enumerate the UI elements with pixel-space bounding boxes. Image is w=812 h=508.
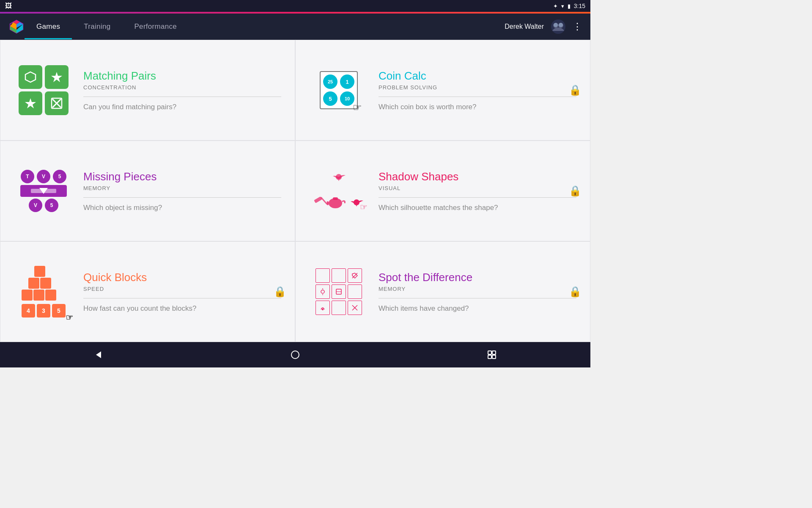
time-display: 3:15 [574,3,585,9]
matching-pairs-title: Matching Pairs [83,69,281,83]
header-right: Derek Walter ⋮ [505,19,582,34]
bottom-nav-bar [0,342,590,367]
spot-diff-lock-icon: 🔒 [569,286,582,298]
matching-pairs-icon [14,65,73,115]
sd-cell-9 [348,301,362,315]
coin-calc-description: Which coin box is worth more? [379,103,576,111]
sd-cell-4 [315,284,330,299]
missing-pieces-title: Missing Pieces [83,170,281,183]
quick-blocks-icon: 4 3 5 ☞ [14,266,73,318]
coin-calc-subtitle: PROBLEM SOLVING [379,84,576,91]
quick-blocks-num2: 3 [37,304,50,318]
sd-cell-8 [332,301,346,315]
matching-pairs-subtitle: CONCENTRATION [83,84,281,91]
spot-diff-divider [379,298,576,298]
game-card-missing-pieces[interactable]: T V 5 V 5 Missing Pieces MEMORY Which [0,141,295,241]
nav-performance[interactable]: Performance [122,14,189,39]
quick-blocks-num3: 5 ☞ [52,304,66,318]
shadow-shapes-subtitle: VISUAL [379,185,576,191]
coin-calc-title: Coin Calc [379,69,576,83]
svg-rect-32 [492,351,496,354]
sd-cell-3 [348,268,362,283]
shadow-shapes-lock-icon: 🔒 [569,185,582,197]
svg-rect-33 [488,355,491,359]
quick-blocks-num1: 4 [22,304,35,318]
shadow-shapes-divider [379,197,576,198]
coin-calc-icon: 25 1 5 10 ☞ [309,71,368,109]
svg-marker-29 [96,351,101,358]
shadow-shapes-description: Which silhouette matches the shape? [379,204,576,212]
quick-blocks-subtitle: SPEED [83,286,281,292]
nav-items: Games Training Performance [25,14,505,39]
svg-point-30 [291,351,299,359]
recents-button[interactable] [483,345,501,364]
battery-icon: ▮ [568,3,571,9]
missing-pieces-description: Which object is missing? [83,204,281,212]
sd-cell-7 [315,301,330,315]
quick-blocks-content: Quick Blocks SPEED How fast can you coun… [83,271,281,313]
sd-cell-6 [348,284,362,299]
wifi-icon: ▾ [561,3,564,9]
svg-rect-19 [333,197,338,200]
svg-rect-31 [488,351,491,354]
game-card-spot-difference[interactable]: Spot the Difference MEMORY Which items h… [295,241,590,342]
matching-pairs-content: Matching Pairs CONCENTRATION Can you fin… [83,69,281,111]
games-grid: Matching Pairs CONCENTRATION Can you fin… [0,40,590,342]
missing-pieces-divider [83,197,281,198]
matching-pairs-description: Can you find matching pairs? [83,103,281,111]
spot-diff-subtitle: MEMORY [379,286,576,292]
missing-pieces-subtitle: MEMORY [83,185,281,191]
svg-marker-11 [25,72,36,82]
quick-blocks-divider [83,298,281,298]
svg-point-21 [321,290,324,293]
coin-calc-content: Coin Calc PROBLEM SOLVING Which coin box… [379,69,576,111]
coin-calc-cursor: ☞ [353,102,362,113]
app-logo [8,19,25,35]
game-card-coin-calc[interactable]: 25 1 5 10 ☞ Coin Calc PROBLEM SOLVING Wh… [295,40,590,141]
game-card-shadow-shapes[interactable]: ☞ Shadow Shapes VISUAL Which silhouette … [295,141,590,241]
spot-diff-content: Spot the Difference MEMORY Which items h… [379,271,576,313]
spot-diff-icon [309,268,368,315]
status-bar: 🖼 ✦ ▾ ▮ 3:15 [0,0,590,12]
svg-point-10 [559,23,563,27]
sd-cell-2 [332,268,346,283]
quick-blocks-description: How fast can you count the blocks? [83,304,281,313]
game-card-matching-pairs[interactable]: Matching Pairs CONCENTRATION Can you fin… [0,40,295,141]
sd-cell-5 [332,284,346,299]
app-icon: 🖼 [5,2,12,10]
nav-games[interactable]: Games [25,14,72,39]
missing-pieces-content: Missing Pieces MEMORY Which object is mi… [83,170,281,212]
shadow-shapes-content: Shadow Shapes VISUAL Which silhouette ma… [379,170,576,212]
matching-pairs-divider [83,97,281,97]
back-button[interactable] [89,345,108,364]
bluetooth-icon: ✦ [553,3,558,9]
svg-point-26 [322,309,324,310]
user-name: Derek Walter [505,23,544,30]
status-bar-right: ✦ ▾ ▮ 3:15 [553,3,585,9]
coin-calc-divider [379,97,576,97]
sd-cell-1 [315,268,330,283]
coin-calc-lock-icon: 🔒 [569,84,582,96]
quick-blocks-lock-icon: 🔒 [274,286,286,298]
more-menu-icon[interactable]: ⋮ [573,21,582,32]
svg-point-9 [554,23,558,27]
shadow-shapes-title: Shadow Shapes [379,170,576,183]
missing-pieces-icon: T V 5 V 5 [14,170,73,212]
game-card-quick-blocks[interactable]: 4 3 5 ☞ Quick Blocks SPEED How fast can … [0,241,295,342]
shadow-shapes-icon: ☞ [309,172,368,210]
svg-point-6 [551,19,565,34]
quick-blocks-title: Quick Blocks [83,271,281,284]
spot-diff-title: Spot the Difference [379,271,576,284]
nav-training[interactable]: Training [72,14,122,39]
spot-diff-description: Which items have changed? [379,304,576,313]
svg-rect-34 [492,355,496,359]
user-avatar-icon[interactable] [551,19,566,34]
home-button[interactable] [286,345,304,364]
header: Games Training Performance Derek Walter … [0,14,590,40]
status-bar-left: 🖼 [5,2,12,10]
